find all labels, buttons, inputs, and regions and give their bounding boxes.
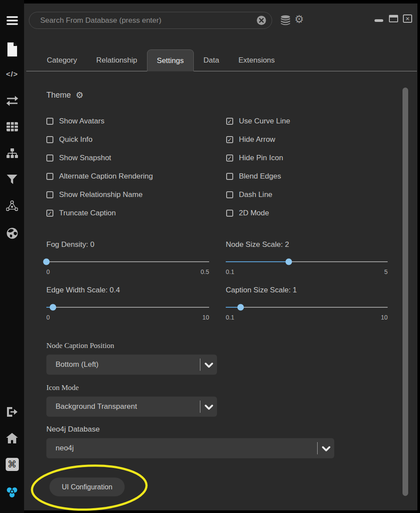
code-icon[interactable]: </> xyxy=(0,70,24,79)
tab-relationship[interactable]: Relationship xyxy=(87,49,147,71)
checkbox-label: Hide Arrow xyxy=(239,135,275,144)
slider-max: 10 xyxy=(381,314,388,321)
tab-extensions[interactable]: Extensions xyxy=(229,49,284,71)
checkbox-label: Blend Edges xyxy=(239,172,281,181)
slider-min: 0.1 xyxy=(226,268,234,275)
slider-label: Fog Density: 0 xyxy=(46,240,209,251)
theme-row: Theme ⚙ xyxy=(46,90,84,100)
file-icon[interactable] xyxy=(0,42,24,56)
checkbox[interactable]: ✓ xyxy=(46,191,53,198)
slider-max: 10 xyxy=(202,314,209,321)
checkbox[interactable]: ✓ xyxy=(226,118,233,125)
checkbox-row: ✓ Blend Edges xyxy=(226,171,290,182)
slider-min: 0.1 xyxy=(226,314,234,321)
checkbox[interactable]: ✓ xyxy=(226,191,233,198)
globe-icon[interactable] xyxy=(0,228,24,239)
code-glyph: </> xyxy=(6,70,18,79)
checkbox-label: Quick Info xyxy=(59,135,93,144)
checkbox-label: Show Avatars xyxy=(59,117,105,126)
dropdown-select[interactable]: Bottom (Left) xyxy=(46,355,217,375)
dropdown-icon-mode: Icon Mode Background Transparent xyxy=(46,383,217,417)
checkbox[interactable]: ✓ xyxy=(46,155,53,162)
slider-track[interactable] xyxy=(226,304,388,310)
clear-icon[interactable] xyxy=(257,16,266,25)
checkbox[interactable]: ✓ xyxy=(226,155,233,162)
theme-gear-icon[interactable]: ⚙ xyxy=(76,90,84,100)
chevron-down-icon xyxy=(322,446,331,453)
checkbox-row: ✓ Use Curve Line xyxy=(226,116,290,126)
chevron-down-icon xyxy=(204,362,214,370)
slider-fog-density: Fog Density: 0 0 0.5 xyxy=(46,240,209,275)
maximize-button[interactable] xyxy=(389,15,398,22)
table-icon[interactable] xyxy=(0,122,24,131)
slider-max: 0.5 xyxy=(201,268,209,275)
checkbox-label: Alternate Caption Rendering xyxy=(59,172,153,181)
theme-label: Theme xyxy=(46,91,71,100)
slider-thumb[interactable] xyxy=(285,259,292,265)
menu-icon[interactable] xyxy=(0,14,24,27)
slider-track[interactable] xyxy=(226,259,388,265)
database-icon[interactable] xyxy=(280,15,290,27)
checkbox[interactable]: ✓ xyxy=(46,118,53,125)
slider-track[interactable] xyxy=(46,259,209,265)
network-icon[interactable] xyxy=(0,200,24,211)
checkbox[interactable]: ✓ xyxy=(226,136,233,143)
sitemap-icon[interactable] xyxy=(0,148,24,159)
checkbox[interactable]: ✓ xyxy=(46,210,53,217)
checkbox-label: Show Snapshot xyxy=(59,154,111,162)
slider-thumb[interactable] xyxy=(237,304,244,311)
slider-label: Edge Width Scale: 0.4 xyxy=(46,286,209,296)
command-glyph: ⌘ xyxy=(7,459,17,470)
gear-glyph: ⚙ xyxy=(294,13,304,25)
tab-data[interactable]: Data xyxy=(194,49,229,71)
close-button[interactable]: ✕ xyxy=(403,14,412,23)
dropdown-value: Bottom (Left) xyxy=(56,355,98,375)
ui-configuration-button[interactable]: UI Configuration xyxy=(49,478,125,496)
dropdown-label: Icon Mode xyxy=(46,383,217,394)
checkbox-row: ✓ Hide Arrow xyxy=(226,134,290,145)
tab-category[interactable]: Category xyxy=(37,49,87,71)
logout-icon[interactable] xyxy=(0,407,24,417)
command-icon[interactable]: ⌘ xyxy=(0,458,24,471)
gear-icon[interactable]: ⚙ xyxy=(294,14,304,25)
checkbox-row: ✓ Show Relationship Name xyxy=(46,190,153,200)
dropdown-select[interactable]: Background Transparent xyxy=(46,397,217,417)
dropdown-node-caption-position: Node Caption Position Bottom (Left) xyxy=(46,341,217,375)
dropdown-label: Neo4j Database xyxy=(46,425,334,436)
slider-max: 5 xyxy=(384,268,388,275)
tab-bar: Category Relationship Settings Data Exte… xyxy=(37,49,284,71)
checkbox[interactable]: ✓ xyxy=(226,210,233,217)
checkbox-row: ✓ Show Snapshot xyxy=(46,153,153,163)
slider-thumb[interactable] xyxy=(49,304,56,311)
search-bar xyxy=(29,12,272,29)
slider-min: 0 xyxy=(46,268,50,275)
check-icon: ✓ xyxy=(228,119,232,124)
dropdown-label: Node Caption Position xyxy=(46,341,217,352)
trefoil-icon[interactable] xyxy=(0,486,24,499)
search-input[interactable] xyxy=(29,16,257,25)
dropdown-divider xyxy=(200,358,200,371)
checkbox-label: Use Curve Line xyxy=(239,117,290,126)
checkbox[interactable]: ✓ xyxy=(46,173,53,180)
checkbox-label: Show Relationship Name xyxy=(59,190,143,199)
checkbox[interactable]: ✓ xyxy=(226,173,233,180)
slider-label: Caption Size Scale: 1 xyxy=(226,286,388,296)
slider-thumb[interactable] xyxy=(43,259,50,265)
slider-label: Node Size Scale: 2 xyxy=(226,240,388,251)
checkbox[interactable]: ✓ xyxy=(46,136,53,143)
scrollbar-thumb[interactable] xyxy=(402,88,408,496)
checkbox-label: Dash Line xyxy=(239,190,273,199)
tab-settings[interactable]: Settings xyxy=(147,49,194,71)
check-icon: ✓ xyxy=(228,155,232,161)
sidebar: </> xyxy=(0,0,24,513)
slider-track[interactable] xyxy=(46,304,209,310)
dropdown-select[interactable]: neo4j xyxy=(46,438,334,458)
checkbox-column-right: ✓ Use Curve Line ✓ Hide Arrow ✓ Hide Pin… xyxy=(226,116,290,226)
home-icon[interactable] xyxy=(0,433,24,443)
app-window: </> xyxy=(0,0,420,513)
filter-icon[interactable] xyxy=(0,175,24,184)
checkbox-row: ✓ Quick Info xyxy=(46,134,153,145)
swap-arrows-icon[interactable] xyxy=(0,96,24,106)
checkbox-label: 2D Mode xyxy=(239,209,269,218)
minimize-button[interactable] xyxy=(374,19,383,22)
